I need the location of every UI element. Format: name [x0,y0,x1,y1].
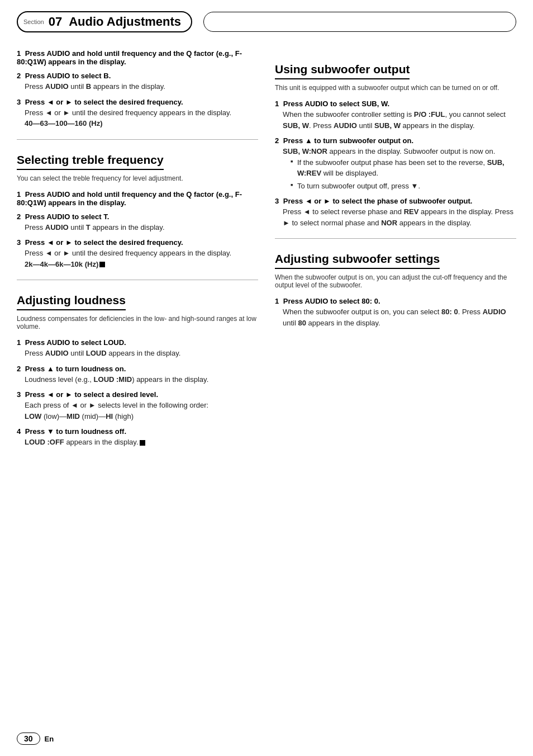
treble-section-title: Selecting treble frequency [17,153,164,170]
bass-step-1: 1 Press AUDIO and hold until frequency a… [17,49,258,66]
loudness-step-1-title: 1 Press AUDIO to select LOUD. [17,338,258,347]
sub-step-2-title: 2 Press ▲ to turn subwoofer output on. [275,136,516,145]
language-label: En [45,735,54,743]
subwoofer-section-subtitle: This unit is equipped with a subwoofer o… [275,84,516,92]
sub-step-2-body: SUB, W:NOR appears in the display. Subwo… [275,146,516,191]
subwoofer-section: Using subwoofer output This unit is equi… [275,63,516,228]
end-square-icon-2 [140,440,145,446]
footer: 30 En [17,733,54,745]
loudness-section-subtitle: Loudness compensates for deficiencies in… [17,315,258,330]
loudness-step-3-body: Each press of ◄ or ► selects level in th… [17,400,258,422]
bullet-item: If the subwoofer output phase has been s… [291,157,516,179]
loudness-section-title: Adjusting loudness [17,294,126,310]
page-number: 30 [17,733,40,745]
bullet-item: To turn subwoofer output off, press ▼. [291,181,516,192]
bass-step-3-title: 3 Press ◄ or ► to select the desired fre… [17,98,258,106]
loudness-step-3: 3 Press ◄ or ► to select a desired level… [17,390,258,422]
sub-settings-title: Adjusting subwoofer settings [275,252,440,269]
bass-step-3-body: Press ◄ or ► until the desired frequency… [17,107,258,129]
loudness-step-1-body: Press AUDIO until LOUD appears in the di… [17,348,258,359]
loudness-step-2-body: Loudness level (e.g., LOUD :MID) appears… [17,374,258,385]
loudness-step-4-title: 4 Press ▼ to turn loudness off. [17,427,258,436]
header: Section 07 Audio Adjustments [17,11,516,32]
sub-step-1: 1 Press AUDIO to select SUB, W. When the… [275,100,516,131]
treble-step-2-title: 2 Press AUDIO to select T. [17,212,258,221]
loudness-step-1: 1 Press AUDIO to select LOUD. Press AUDI… [17,338,258,359]
bass-step-2: 2 Press AUDIO to select B. Press AUDIO u… [17,72,258,92]
subwoofer-section-title: Using subwoofer output [275,63,410,79]
loudness-step-2: 2 Press ▲ to turn loudness on. Loudness … [17,365,258,385]
loudness-step-4: 4 Press ▼ to turn loudness off. LOUD :OF… [17,427,258,448]
sub-step-2-bullets: If the subwoofer output phase has been s… [283,157,516,192]
treble-step-1-title: 1 Press AUDIO and hold until frequency a… [17,190,258,207]
page: Section 07 Audio Adjustments 1 Press AUD… [0,0,533,756]
sub-settings-step-1-body: When the subwoofer output is on, you can… [275,306,516,328]
loudness-section: Adjusting loudness Loudness compensates … [17,294,258,448]
section-box: Section 07 Audio Adjustments [17,11,192,32]
sub-step-3-body: Press ◄ to select reverse phase and REV … [275,206,516,228]
divider-sub-settings [275,238,516,239]
bass-step-1-title: 1 Press AUDIO and hold until frequency a… [17,49,258,66]
divider-loudness [17,280,258,280]
treble-step-2: 2 Press AUDIO to select T. Press AUDIO u… [17,212,258,233]
treble-step-2-body: Press AUDIO until T appears in the displ… [17,222,258,233]
header-right-box [203,12,516,32]
loudness-step-3-title: 3 Press ◄ or ► to select a desired level… [17,390,258,399]
loudness-step-2-title: 2 Press ▲ to turn loudness on. [17,365,258,373]
sub-step-1-body: When the subwoofer controller setting is… [275,109,516,131]
treble-step-3: 3 Press ◄ or ► to select the desired fre… [17,238,258,270]
sub-step-2: 2 Press ▲ to turn subwoofer output on. S… [275,136,516,191]
treble-section: Selecting treble frequency You can selec… [17,153,258,270]
right-column: Using subwoofer output This unit is equi… [275,49,516,453]
sub-step-3: 3 Press ◄ or ► to select the phase of su… [275,197,516,228]
section-label: Section [23,18,44,25]
sub-settings-section: Adjusting subwoofer settings When the su… [275,252,516,328]
sub-settings-step-1: 1 Press AUDIO to select 80: 0. When the … [275,297,516,328]
treble-step-3-title: 3 Press ◄ or ► to select the desired fre… [17,238,258,247]
sub-settings-subtitle: When the subwoofer output is on, you can… [275,273,516,289]
loudness-step-4-body: LOUD :OFF appears in the display. [17,437,258,448]
divider-treble [17,139,258,140]
treble-section-subtitle: You can select the treble frequency for … [17,174,258,182]
section-number: 07 [49,15,62,29]
content-columns: 1 Press AUDIO and hold until frequency a… [17,49,516,453]
bass-step-2-body: Press AUDIO until B appears in the displ… [17,81,258,92]
bass-step-3: 3 Press ◄ or ► to select the desired fre… [17,98,258,129]
section-title: Audio Adjustments [69,15,181,29]
sub-settings-step-1-title: 1 Press AUDIO to select 80: 0. [275,297,516,305]
sub-step-3-title: 3 Press ◄ or ► to select the phase of su… [275,197,516,205]
left-column: 1 Press AUDIO and hold until frequency a… [17,49,258,453]
treble-step-3-body: Press ◄ or ► until the desired frequency… [17,248,258,270]
bass-step-2-title: 2 Press AUDIO to select B. [17,72,258,80]
treble-step-1: 1 Press AUDIO and hold until frequency a… [17,190,258,207]
end-square-icon [99,262,105,267]
sub-step-1-title: 1 Press AUDIO to select SUB, W. [275,100,516,108]
